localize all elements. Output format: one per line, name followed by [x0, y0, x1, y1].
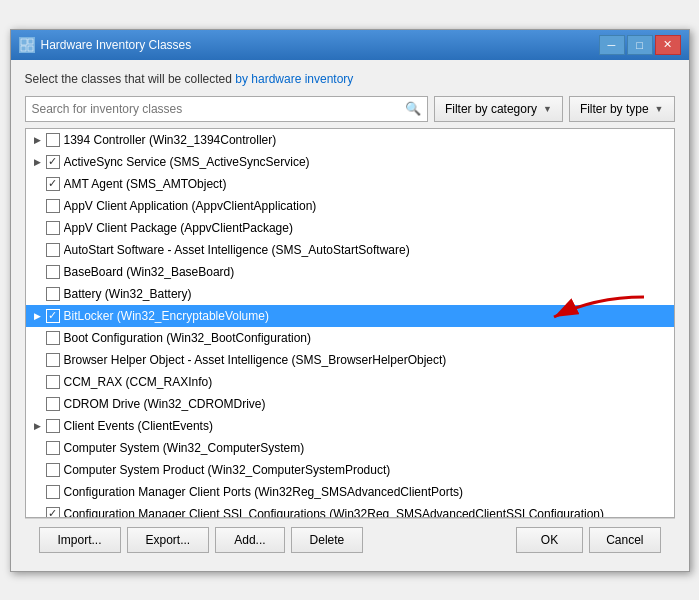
item-checkbox[interactable]: [46, 441, 60, 455]
item-checkbox[interactable]: [46, 375, 60, 389]
filter-category-label: Filter by category: [445, 102, 537, 116]
list-item[interactable]: Computer System (Win32_ComputerSystem): [26, 437, 674, 459]
list-item[interactable]: Configuration Manager Client Ports (Win3…: [26, 481, 674, 503]
item-checkbox[interactable]: [46, 463, 60, 477]
filter-by-category-button[interactable]: Filter by category ▼: [434, 96, 563, 122]
export-button[interactable]: Export...: [127, 527, 210, 553]
list-item[interactable]: ▶Client Events (ClientEvents): [26, 415, 674, 437]
expand-icon[interactable]: ▶: [30, 308, 46, 324]
main-content: Select the classes that will be collecte…: [11, 60, 689, 571]
import-button[interactable]: Import...: [39, 527, 121, 553]
description-text: Select the classes that will be collecte…: [25, 72, 675, 86]
expand-icon[interactable]: ▶: [30, 154, 46, 170]
expand-icon: [30, 286, 46, 302]
description-before: Select the classes that will be collecte…: [25, 72, 236, 86]
filter-by-type-button[interactable]: Filter by type ▼: [569, 96, 675, 122]
expand-icon: [30, 506, 46, 518]
bottom-buttons: Import... Export... Add... Delete OK Can…: [25, 518, 675, 561]
svg-rect-3: [28, 46, 33, 51]
search-icon: 🔍: [405, 101, 421, 116]
item-label: AutoStart Software - Asset Intelligence …: [64, 243, 410, 257]
list-item[interactable]: ▶1394 Controller (Win32_1394Controller): [26, 129, 674, 151]
item-checkbox[interactable]: [46, 133, 60, 147]
expand-icon: [30, 484, 46, 500]
expand-icon: [30, 440, 46, 456]
item-checkbox[interactable]: [46, 287, 60, 301]
expand-icon: [30, 220, 46, 236]
expand-icon: [30, 374, 46, 390]
list-item[interactable]: ▶✓BitLocker (Win32_EncryptableVolume): [26, 305, 674, 327]
item-label: CCM_RAX (CCM_RAXInfo): [64, 375, 213, 389]
item-label: AppV Client Package (AppvClientPackage): [64, 221, 293, 235]
search-box[interactable]: 🔍: [25, 96, 428, 122]
item-checkbox[interactable]: [46, 397, 60, 411]
expand-icon[interactable]: ▶: [30, 132, 46, 148]
list-item[interactable]: AppV Client Application (AppvClientAppli…: [26, 195, 674, 217]
list-item[interactable]: ▶✓ActiveSync Service (SMS_ActiveSyncServ…: [26, 151, 674, 173]
close-button[interactable]: ✕: [655, 35, 681, 55]
list-item[interactable]: AppV Client Package (AppvClientPackage): [26, 217, 674, 239]
item-label: Computer System Product (Win32_ComputerS…: [64, 463, 391, 477]
item-checkbox[interactable]: [46, 353, 60, 367]
item-checkbox[interactable]: [46, 243, 60, 257]
list-item[interactable]: Battery (Win32_Battery): [26, 283, 674, 305]
item-checkbox[interactable]: ✓: [46, 507, 60, 518]
item-label: Battery (Win32_Battery): [64, 287, 192, 301]
expand-icon: [30, 264, 46, 280]
cancel-button[interactable]: Cancel: [589, 527, 660, 553]
item-label: BitLocker (Win32_EncryptableVolume): [64, 309, 269, 323]
expand-icon[interactable]: ▶: [30, 418, 46, 434]
search-input[interactable]: [32, 102, 405, 116]
item-checkbox[interactable]: ✓: [46, 309, 60, 323]
category-dropdown-arrow: ▼: [543, 104, 552, 114]
list-item[interactable]: Boot Configuration (Win32_BootConfigurat…: [26, 327, 674, 349]
item-checkbox[interactable]: [46, 485, 60, 499]
ok-button[interactable]: OK: [516, 527, 583, 553]
search-filter-row: 🔍 Filter by category ▼ Filter by type ▼: [25, 96, 675, 122]
expand-icon: [30, 330, 46, 346]
list-item[interactable]: CCM_RAX (CCM_RAXInfo): [26, 371, 674, 393]
item-label: Computer System (Win32_ComputerSystem): [64, 441, 305, 455]
maximize-button[interactable]: □: [627, 35, 653, 55]
item-label: 1394 Controller (Win32_1394Controller): [64, 133, 277, 147]
list-item[interactable]: CDROM Drive (Win32_CDROMDrive): [26, 393, 674, 415]
list-item[interactable]: BaseBoard (Win32_BaseBoard): [26, 261, 674, 283]
window-icon: [19, 37, 35, 53]
item-label: CDROM Drive (Win32_CDROMDrive): [64, 397, 266, 411]
window-title: Hardware Inventory Classes: [41, 38, 192, 52]
expand-icon: [30, 176, 46, 192]
svg-rect-1: [28, 39, 33, 44]
item-label: AMT Agent (SMS_AMTObject): [64, 177, 227, 191]
type-dropdown-arrow: ▼: [655, 104, 664, 114]
expand-icon: [30, 352, 46, 368]
item-label: Boot Configuration (Win32_BootConfigurat…: [64, 331, 311, 345]
list-item[interactable]: Browser Helper Object - Asset Intelligen…: [26, 349, 674, 371]
item-checkbox[interactable]: ✓: [46, 155, 60, 169]
inventory-classes-list[interactable]: ▶1394 Controller (Win32_1394Controller)▶…: [25, 128, 675, 518]
list-items-container: ▶1394 Controller (Win32_1394Controller)▶…: [26, 129, 674, 518]
item-checkbox[interactable]: [46, 419, 60, 433]
title-bar: Hardware Inventory Classes ─ □ ✕: [11, 30, 689, 60]
list-item[interactable]: Computer System Product (Win32_ComputerS…: [26, 459, 674, 481]
filter-type-label: Filter by type: [580, 102, 649, 116]
expand-icon: [30, 198, 46, 214]
list-item[interactable]: AutoStart Software - Asset Intelligence …: [26, 239, 674, 261]
title-bar-left: Hardware Inventory Classes: [19, 37, 192, 53]
item-label: Client Events (ClientEvents): [64, 419, 213, 433]
item-checkbox[interactable]: [46, 331, 60, 345]
minimize-button[interactable]: ─: [599, 35, 625, 55]
item-label: AppV Client Application (AppvClientAppli…: [64, 199, 317, 213]
list-item[interactable]: ✓Configuration Manager Client SSL Config…: [26, 503, 674, 518]
svg-rect-2: [21, 46, 26, 51]
hardware-inventory-classes-window: Hardware Inventory Classes ─ □ ✕ Select …: [10, 29, 690, 572]
list-item[interactable]: ✓AMT Agent (SMS_AMTObject): [26, 173, 674, 195]
item-checkbox[interactable]: ✓: [46, 177, 60, 191]
item-checkbox[interactable]: [46, 221, 60, 235]
delete-button[interactable]: Delete: [291, 527, 364, 553]
item-label: ActiveSync Service (SMS_ActiveSyncServic…: [64, 155, 310, 169]
item-checkbox[interactable]: [46, 199, 60, 213]
item-checkbox[interactable]: [46, 265, 60, 279]
add-button[interactable]: Add...: [215, 527, 284, 553]
description-link[interactable]: by hardware inventory: [235, 72, 353, 86]
item-label: Browser Helper Object - Asset Intelligen…: [64, 353, 447, 367]
